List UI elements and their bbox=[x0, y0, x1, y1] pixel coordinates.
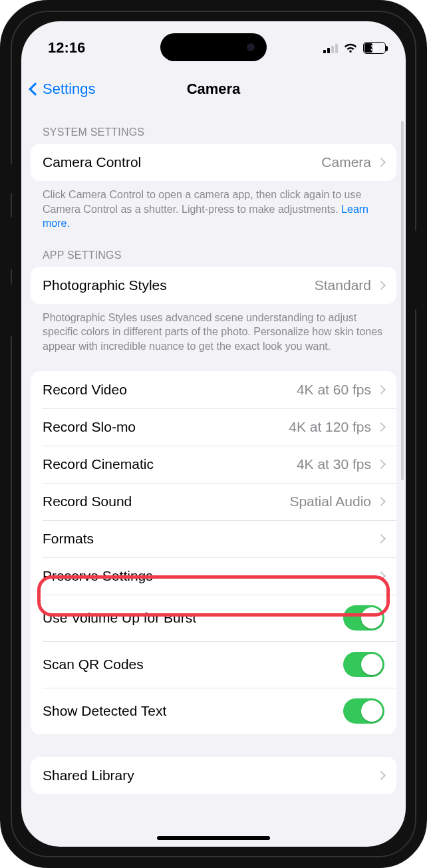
chevron-right-icon bbox=[376, 459, 386, 468]
row-shared-library[interactable]: Shared Library bbox=[31, 757, 396, 794]
chevron-left-icon bbox=[29, 82, 42, 96]
row-label: Photographic Styles bbox=[43, 277, 315, 293]
chevron-right-icon bbox=[376, 384, 386, 394]
footer-text: Click Camera Control to open a camera ap… bbox=[43, 189, 361, 215]
row-preserve-settings[interactable]: Preserve Settings bbox=[31, 557, 396, 595]
row-label: Use Volume Up for Burst bbox=[43, 610, 343, 626]
row-label: Record Cinematic bbox=[43, 456, 297, 472]
dynamic-island bbox=[160, 33, 267, 61]
phone-frame: 12:16 39 Settings Camera bbox=[0, 0, 427, 868]
group-app: Photographic Styles Standard bbox=[31, 267, 396, 304]
screen: 12:16 39 Settings Camera bbox=[21, 21, 406, 847]
row-value: Spatial Audio bbox=[289, 494, 371, 509]
row-label: Scan QR Codes bbox=[43, 656, 343, 672]
row-value: 4K at 30 fps bbox=[297, 456, 371, 472]
back-label: Settings bbox=[43, 80, 96, 98]
chevron-right-icon bbox=[376, 533, 386, 543]
volume-up-button bbox=[8, 217, 12, 270]
row-label: Formats bbox=[43, 531, 378, 547]
toggle-qr[interactable] bbox=[343, 652, 384, 677]
chevron-right-icon bbox=[376, 422, 386, 431]
content: SYSTEM SETTINGS Camera Control Camera Cl… bbox=[21, 108, 406, 847]
row-value: 4K at 60 fps bbox=[297, 382, 371, 398]
row-volume-up-burst[interactable]: Use Volume Up for Burst bbox=[31, 595, 396, 641]
row-show-detected-text[interactable]: Show Detected Text bbox=[31, 688, 396, 734]
section-header-system: SYSTEM SETTINGS bbox=[31, 114, 396, 144]
chevron-right-icon bbox=[376, 571, 386, 580]
wifi-icon bbox=[343, 42, 358, 54]
section-footer-app: Photographic Styles uses advanced scene … bbox=[31, 304, 396, 354]
home-indicator[interactable] bbox=[157, 836, 270, 840]
cellular-icon bbox=[323, 43, 338, 53]
group-shared: Shared Library bbox=[31, 757, 396, 794]
row-record-video[interactable]: Record Video 4K at 60 fps bbox=[31, 371, 396, 408]
row-label: Show Detected Text bbox=[43, 703, 343, 719]
battery-icon: 39 bbox=[363, 42, 386, 54]
row-formats[interactable]: Formats bbox=[31, 520, 396, 557]
status-time: 12:16 bbox=[48, 39, 85, 57]
page-title: Camera bbox=[187, 80, 241, 98]
row-value: 4K at 120 fps bbox=[289, 419, 371, 435]
chevron-right-icon bbox=[376, 158, 386, 167]
row-label: Camera Control bbox=[43, 154, 321, 170]
navigation-bar: Settings Camera bbox=[21, 71, 406, 108]
row-photographic-styles[interactable]: Photographic Styles Standard bbox=[31, 267, 396, 304]
battery-percent: 39 bbox=[370, 44, 378, 52]
side-button bbox=[415, 230, 419, 310]
row-label: Record Slo-mo bbox=[43, 419, 289, 435]
row-label: Shared Library bbox=[43, 768, 378, 784]
row-record-cinematic[interactable]: Record Cinematic 4K at 30 fps bbox=[31, 446, 396, 483]
chevron-right-icon bbox=[376, 281, 386, 290]
row-label: Record Sound bbox=[43, 494, 289, 509]
toggle-burst[interactable] bbox=[343, 605, 384, 631]
toggle-detected-text[interactable] bbox=[343, 698, 384, 724]
section-footer-system: Click Camera Control to open a camera ap… bbox=[31, 181, 396, 231]
row-record-sound[interactable]: Record Sound Spatial Audio bbox=[31, 483, 396, 520]
chevron-right-icon bbox=[376, 770, 386, 780]
chevron-right-icon bbox=[376, 496, 386, 506]
row-value: Camera bbox=[321, 154, 371, 170]
row-record-slomo[interactable]: Record Slo-mo 4K at 120 fps bbox=[31, 408, 396, 446]
mute-switch bbox=[8, 164, 12, 194]
row-scan-qr-codes[interactable]: Scan QR Codes bbox=[31, 641, 396, 688]
volume-down-button bbox=[8, 283, 12, 337]
row-camera-control[interactable]: Camera Control Camera bbox=[31, 144, 396, 181]
row-value: Standard bbox=[315, 277, 371, 293]
row-label: Preserve Settings bbox=[43, 568, 378, 584]
row-label: Record Video bbox=[43, 382, 297, 398]
back-button[interactable]: Settings bbox=[31, 80, 96, 98]
group-system: Camera Control Camera bbox=[31, 144, 396, 181]
section-header-app: APP SETTINGS bbox=[31, 231, 396, 267]
group-record: Record Video 4K at 60 fps Record Slo-mo … bbox=[31, 371, 396, 734]
status-icons: 39 bbox=[323, 42, 386, 54]
